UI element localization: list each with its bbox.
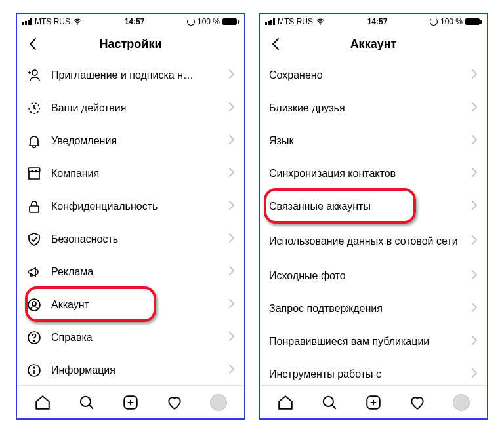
carrier-label: MTS RUS — [35, 17, 70, 26]
chevron-right-icon — [471, 235, 478, 248]
list-item[interactable]: Безопасность — [17, 223, 244, 256]
svg-point-18 — [324, 396, 333, 406]
list-item[interactable]: Язык — [260, 125, 487, 157]
list-item[interactable]: Справка — [17, 321, 244, 354]
chevron-right-icon — [228, 200, 235, 213]
list-item-label: Сохранено — [269, 69, 462, 81]
tab-search[interactable] — [76, 392, 97, 413]
list-item[interactable]: Ваши действия — [17, 92, 244, 125]
list-item-label: Близкие друзья — [269, 102, 462, 114]
chevron-right-icon — [471, 102, 478, 115]
phone-account: MTS RUS 14:57 100 % Аккаунт СохраненоБли… — [259, 13, 488, 420]
list-item[interactable]: Связанные аккаунты — [260, 190, 487, 223]
svg-point-11 — [33, 367, 35, 368]
list-item[interactable]: Реклама — [17, 256, 244, 288]
page-title: Аккаунт — [260, 37, 487, 51]
page-title: Настройки — [17, 37, 244, 51]
user-circle-icon — [26, 297, 42, 313]
list-item-label: Справка — [51, 332, 219, 344]
lock-icon — [26, 199, 42, 214]
chevron-right-icon — [228, 364, 235, 377]
status-bar: MTS RUS 14:57 100 % — [260, 14, 487, 29]
list-item[interactable]: Понравившиеся вам публикации — [260, 325, 487, 358]
tab-activity[interactable] — [164, 392, 185, 413]
list-item-label: Аккаунт — [51, 299, 219, 311]
clock: 14:57 — [125, 17, 145, 26]
list-item-label: Запрос подтверждения — [269, 303, 462, 315]
chevron-right-icon — [471, 167, 478, 180]
avatar-icon — [210, 394, 227, 411]
chevron-right-icon — [228, 331, 235, 344]
list-item[interactable]: Информация — [17, 354, 244, 385]
storefront-icon — [26, 166, 42, 182]
info-icon — [26, 363, 42, 378]
list-item[interactable]: Использование данных в сотовой сети — [260, 223, 487, 260]
chevron-right-icon — [228, 134, 235, 148]
back-button[interactable] — [266, 35, 285, 53]
help-icon — [26, 330, 42, 345]
tab-search[interactable] — [319, 392, 340, 413]
list-item[interactable]: Конфиденциальность — [17, 190, 244, 223]
loading-icon — [430, 18, 438, 26]
account-list: СохраненоБлизкие друзьяЯзыкСинхронизация… — [260, 59, 487, 385]
status-bar: MTS RUS 14:57 100 % — [17, 14, 244, 29]
settings-list: Приглашение и подписка н…Ваши действияУв… — [17, 59, 244, 385]
phone-settings: MTS RUS 14:57 100 % Настройки Приглашени… — [16, 13, 245, 420]
svg-point-17 — [320, 24, 320, 24]
svg-point-12 — [81, 396, 91, 406]
tab-bar — [260, 385, 487, 418]
chevron-right-icon — [471, 302, 478, 315]
list-item[interactable]: Сохранено — [260, 59, 487, 92]
clock-history-icon — [26, 100, 42, 116]
tab-home[interactable] — [275, 392, 296, 413]
chevron-right-icon — [228, 298, 235, 311]
back-button[interactable] — [24, 35, 42, 53]
tab-add[interactable] — [120, 392, 141, 413]
chevron-right-icon — [228, 102, 235, 115]
svg-point-1 — [32, 70, 37, 75]
user-plus-icon — [26, 68, 42, 83]
nav-bar: Аккаунт — [260, 29, 487, 59]
list-item[interactable]: Приглашение и подписка н… — [17, 59, 244, 92]
battery-label: 100 % — [440, 17, 463, 26]
chevron-right-icon — [471, 269, 478, 283]
wifi-icon — [316, 17, 325, 26]
list-item-label: Информация — [51, 365, 219, 376]
svg-rect-4 — [30, 206, 39, 212]
chevron-right-icon — [228, 266, 235, 279]
tab-add[interactable] — [363, 392, 384, 413]
svg-line-13 — [89, 404, 93, 408]
battery-label: 100 % — [198, 17, 220, 26]
list-item[interactable]: Близкие друзья — [260, 92, 487, 125]
list-item-label: Уведомления — [51, 135, 219, 147]
chevron-right-icon — [228, 69, 235, 82]
list-item-label: Реклама — [51, 266, 219, 278]
list-item-label: Связанные аккаунты — [269, 201, 462, 212]
list-item-label: Безопасность — [51, 233, 219, 245]
list-item[interactable]: Уведомления — [17, 125, 244, 157]
tab-activity[interactable] — [407, 392, 428, 413]
clock: 14:57 — [368, 17, 388, 26]
list-item[interactable]: Запрос подтверждения — [260, 292, 487, 325]
signal-icon — [22, 18, 32, 25]
tab-profile[interactable] — [451, 392, 472, 413]
tab-profile[interactable] — [208, 392, 229, 413]
list-item-label: Использование данных в сотовой сети — [269, 235, 462, 248]
battery-icon — [465, 18, 482, 25]
list-item[interactable]: Инструменты работы с — [260, 358, 487, 385]
list-item[interactable]: Исходные фото — [260, 260, 487, 292]
avatar-icon — [453, 394, 470, 411]
list-item-label: Инструменты работы с — [269, 368, 462, 380]
carrier-label: MTS RUS — [278, 17, 313, 26]
tab-home[interactable] — [32, 392, 53, 413]
chevron-right-icon — [471, 69, 478, 82]
battery-icon — [222, 18, 239, 25]
list-item[interactable]: Аккаунт — [17, 288, 244, 321]
list-item-label: Ваши действия — [51, 102, 219, 114]
list-item[interactable]: Компания — [17, 157, 244, 190]
chevron-right-icon — [471, 368, 478, 381]
chevron-right-icon — [471, 335, 478, 348]
svg-point-0 — [77, 24, 77, 24]
chevron-right-icon — [471, 134, 478, 148]
list-item[interactable]: Синхронизация контактов — [260, 157, 487, 190]
